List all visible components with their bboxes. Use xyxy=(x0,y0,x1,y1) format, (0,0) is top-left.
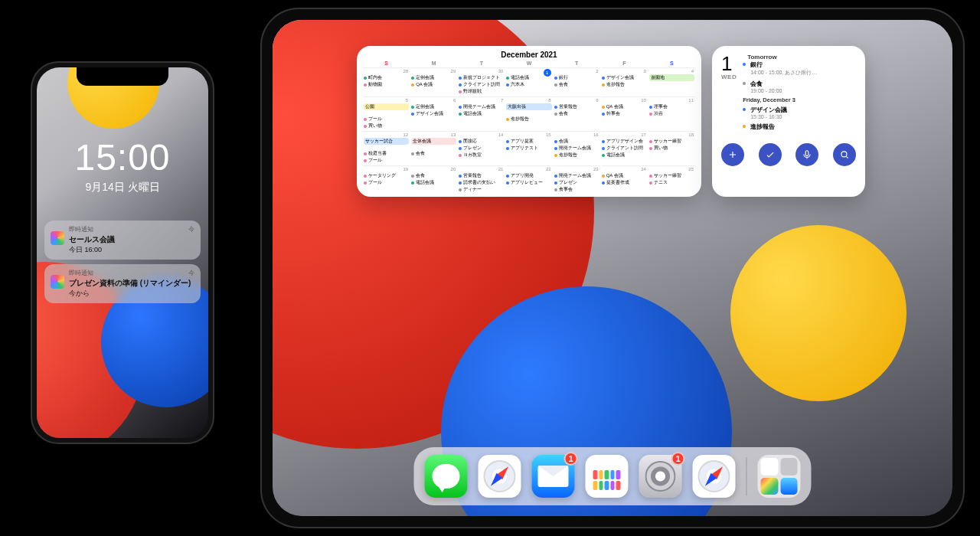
event-dot-icon xyxy=(506,147,509,150)
calendar-cell[interactable]: 22アプリ開発アプリレビュー xyxy=(505,165,552,194)
calendar-event: 町内会 xyxy=(364,74,409,81)
event-dot-icon xyxy=(506,175,509,178)
agenda-widget[interactable]: 1 WED Tomorrow 銀行14:00 - 15:00, あさひ銀行…会食… xyxy=(712,46,865,197)
calendar-cell[interactable]: 30新規プロジェクトクライアント訪問野球観戦 xyxy=(458,67,505,96)
calendar-event: 請求書の支払い xyxy=(459,179,504,186)
calendar-cell[interactable]: 28町内会動物園 xyxy=(363,67,410,96)
calendar-cell[interactable]: 17アプリデザイン会クライアント訪問電話会議 xyxy=(601,131,648,165)
calendar-event: 電話会議 xyxy=(459,110,504,117)
calendar-cell[interactable]: 6定例会議デザイン会議 xyxy=(410,96,457,130)
calendar-event: 進捗報告 xyxy=(506,116,551,123)
calendar-day-number: 3 xyxy=(644,69,646,74)
event-dot-icon xyxy=(459,188,462,191)
calendar-cell[interactable]: 10QA 会議幹事会 xyxy=(601,96,648,130)
calendar-day-number: 5 xyxy=(406,98,408,103)
mic-button[interactable] xyxy=(795,143,818,166)
calendar-event: 営業報告 xyxy=(554,103,599,110)
settings-mini-icon xyxy=(780,458,798,476)
calendar-cell[interactable]: 14面接応プレゼンヨガ教室 xyxy=(458,131,505,165)
calendar-cell[interactable]: 12サッカー試合校庭当番プール xyxy=(363,131,410,165)
calendar-event: 銀行 xyxy=(554,74,599,81)
calendar-cell[interactable]: 11理事会渋谷 xyxy=(648,96,695,130)
check-button[interactable] xyxy=(759,143,782,166)
calendar-event: 食事会 xyxy=(554,186,599,193)
event-dot-icon xyxy=(506,83,509,87)
agenda-item-title: 進捗報告 xyxy=(750,123,775,131)
calendar-event: 進捗報告 xyxy=(602,81,647,88)
calendar-event: 電話会議 xyxy=(411,179,456,186)
calendar-event: 会議 xyxy=(554,138,599,145)
calendar-event: 六本木 xyxy=(506,81,551,88)
notification[interactable]: 即時通知 今 プレゼン資料の準備 (リマインダー) 今から xyxy=(44,264,201,303)
calendar-day-number: 23 xyxy=(593,167,599,172)
calendar-month-widget[interactable]: December 2021 SMTWTFS28町内会動物園29定例会議QA 会議… xyxy=(357,46,701,197)
calendar-event: アプリ開発 xyxy=(506,172,551,179)
event-dot-icon xyxy=(459,90,462,93)
calendar-day-number: 29 xyxy=(451,69,456,74)
calendar-cell[interactable]: 7開発チーム会議電話会議 xyxy=(458,96,505,130)
compass-icon xyxy=(698,460,730,492)
notification[interactable]: 即時通知 今 セールス会議 今日 16:00 xyxy=(44,221,201,260)
calendar-day-number: 8 xyxy=(548,98,550,103)
calendar-cell[interactable]: 2銀行会食 xyxy=(554,67,600,96)
calendar-event: アプリテスト xyxy=(506,145,551,152)
calendar-cell[interactable]: 19ケータリングプール xyxy=(363,165,410,194)
calendar-cell[interactable]: 15アプリ提案アプリテスト xyxy=(505,131,552,165)
safari-mini-icon xyxy=(761,458,779,476)
calendar-day-number: 24 xyxy=(641,167,646,172)
event-dot-icon xyxy=(459,113,462,116)
calendar-cell[interactable]: 1電話会議六本木 xyxy=(505,67,552,96)
agenda-item[interactable]: デザイン会議15:30 - 16:30 xyxy=(743,106,856,119)
calendar-cell[interactable]: 5公園プール買い物 xyxy=(363,96,410,130)
calendar-cell[interactable]: 24QA 会議提案書作成 xyxy=(601,165,648,194)
recent-apps-cluster[interactable] xyxy=(758,455,801,498)
event-dot-icon xyxy=(602,140,605,143)
calendar-cell[interactable]: 3デザイン会議進捗報告 xyxy=(601,67,648,96)
event-dot-icon xyxy=(364,77,367,80)
calendar-event: ヨガ教室 xyxy=(459,152,504,159)
calendar-cell[interactable]: 16会議開発チーム会議進捗報告 xyxy=(554,131,600,165)
event-dot-icon xyxy=(743,125,746,128)
calendar-day-number: 25 xyxy=(688,167,694,172)
mail-app-icon[interactable]: 1 xyxy=(532,455,575,498)
notif-when: 今 xyxy=(188,225,194,234)
calendar-day-header: S xyxy=(648,60,695,67)
calendar-cell[interactable]: 18サッカー練習買い物 xyxy=(648,131,695,165)
event-dot-icon xyxy=(554,154,557,157)
calendar-cell[interactable]: 9営業報告会食 xyxy=(554,96,600,130)
calendar-day-number: 9 xyxy=(596,98,598,103)
calendar-cell[interactable]: 25サッカー練習テニス xyxy=(648,165,695,194)
calendar-app-icon[interactable] xyxy=(586,455,629,498)
event-dot-icon xyxy=(364,159,367,162)
photos-mini-icon xyxy=(761,478,779,495)
settings-app-icon[interactable]: 1 xyxy=(639,455,682,498)
calendar-cell[interactable]: 23開発チーム会議プレゼン食事会 xyxy=(554,165,600,194)
calendar-cell[interactable]: 21営業報告請求書の支払いディナー xyxy=(458,165,505,194)
calendar-event: プール xyxy=(364,157,409,164)
agenda-item[interactable]: 銀行14:00 - 15:00, あさひ銀行… xyxy=(743,60,856,77)
messages-app-icon[interactable] xyxy=(425,455,468,498)
calendar-event: ディナー xyxy=(459,186,504,193)
calendar-cell[interactable]: 29定例会議QA 会議 xyxy=(410,67,457,96)
calendar-event: QA 会議 xyxy=(602,172,647,179)
calendar-cell[interactable]: 20会食電話会議 xyxy=(410,165,457,194)
agenda-tomorrow-label: Tomorrow xyxy=(747,54,856,60)
event-dot-icon xyxy=(411,106,414,109)
calendar-cell[interactable]: 13全休会議会食 xyxy=(410,131,457,165)
safari-app-icon[interactable] xyxy=(479,455,521,498)
calendar-cell[interactable]: 4遊園地 xyxy=(648,67,695,96)
event-dot-icon xyxy=(602,77,605,80)
search-button[interactable] xyxy=(833,143,856,166)
calendar-event: デザイン会議 xyxy=(602,74,647,81)
calendar-event: プール xyxy=(364,116,409,123)
agenda-item[interactable]: 会食19:00 - 20:00 xyxy=(743,80,856,93)
calendar-title: December 2021 xyxy=(363,51,695,59)
add-button[interactable] xyxy=(721,143,744,166)
calendar-day-number: 10 xyxy=(641,98,646,103)
agenda-item-time: 15:30 - 16:30 xyxy=(750,114,787,119)
calendar-day-number: 11 xyxy=(688,98,694,103)
calendar-cell[interactable]: 8大阪出張進捗報告 xyxy=(505,96,552,130)
calendar-event: QA 会議 xyxy=(411,81,456,88)
safari-app-icon[interactable] xyxy=(693,455,736,498)
agenda-item[interactable]: 進捗報告 xyxy=(743,123,856,131)
